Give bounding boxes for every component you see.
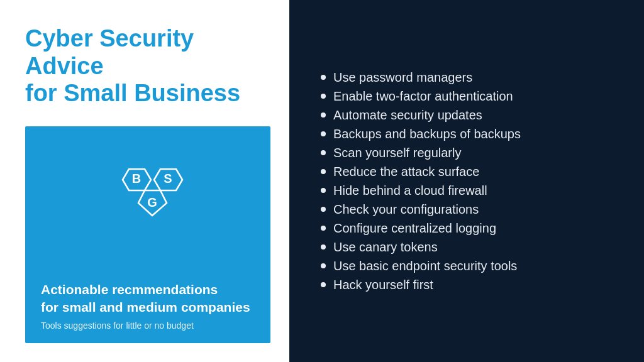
list-item: Reduce the attack surface	[321, 162, 619, 181]
bullet-dot-icon	[321, 150, 326, 155]
bullet-dot-icon	[321, 207, 326, 212]
subtitle: Tools suggestions for little or no budge…	[41, 321, 255, 331]
right-panel: Use password managersEnable two-factor a…	[289, 0, 644, 362]
page-container: Cyber Security Advice for Small Business…	[0, 0, 644, 362]
list-item-text: Automate security updates	[333, 109, 482, 121]
bullet-dot-icon	[321, 226, 326, 231]
list-item-text: Configure centralized logging	[333, 222, 496, 234]
advice-list: Use password managersEnable two-factor a…	[321, 68, 619, 294]
list-item: Check your configurations	[321, 200, 619, 219]
bullet-dot-icon	[321, 169, 326, 174]
list-item: Use canary tokens	[321, 238, 619, 256]
list-item: Use password managers	[321, 68, 619, 87]
list-item-text: Enable two-factor authentication	[333, 90, 513, 102]
list-item: Hack yourself first	[321, 275, 619, 294]
bullet-dot-icon	[321, 131, 326, 136]
bsg-logo: B S G	[97, 163, 198, 244]
bullet-dot-icon	[321, 282, 326, 287]
list-item: Scan yourself regularly	[321, 143, 619, 162]
list-item: Use basic endpoint security tools	[321, 256, 619, 275]
bullet-dot-icon	[321, 263, 326, 268]
bullet-dot-icon	[321, 188, 326, 193]
list-item: Backups and backups of backups	[321, 124, 619, 143]
logo-area: B S G	[41, 139, 255, 281]
g-label: G	[147, 195, 157, 209]
bullet-dot-icon	[321, 244, 326, 250]
bottom-text-area: Actionable recmmendations for small and …	[41, 281, 255, 331]
bullet-dot-icon	[321, 112, 326, 118]
list-item-text: Check your configurations	[333, 203, 479, 216]
tagline: Actionable recmmendations for small and …	[41, 281, 255, 315]
list-item: Hide behind a cloud firewall	[321, 181, 619, 200]
list-item-text: Reduce the attack surface	[333, 165, 479, 178]
s-label: S	[164, 172, 172, 185]
blue-box: B S G Actionable recmmendation	[25, 126, 270, 343]
bullet-dot-icon	[321, 94, 326, 99]
list-item-text: Backups and backups of backups	[333, 128, 521, 140]
list-item: Enable two-factor authentication	[321, 87, 619, 106]
list-item-text: Use basic endpoint security tools	[333, 260, 517, 272]
list-item-text: Scan yourself regularly	[333, 146, 461, 159]
list-item-text: Hide behind a cloud firewall	[333, 184, 487, 197]
left-panel: Cyber Security Advice for Small Business…	[0, 0, 289, 362]
bullet-dot-icon	[321, 75, 326, 80]
list-item: Automate security updates	[321, 106, 619, 124]
list-item: Configure centralized logging	[321, 219, 619, 238]
list-item-text: Use password managers	[333, 71, 472, 84]
b-label: B	[132, 172, 141, 185]
main-title: Cyber Security Advice for Small Business	[25, 25, 270, 107]
list-item-text: Use canary tokens	[333, 241, 438, 253]
list-item-text: Hack yourself first	[333, 278, 433, 291]
